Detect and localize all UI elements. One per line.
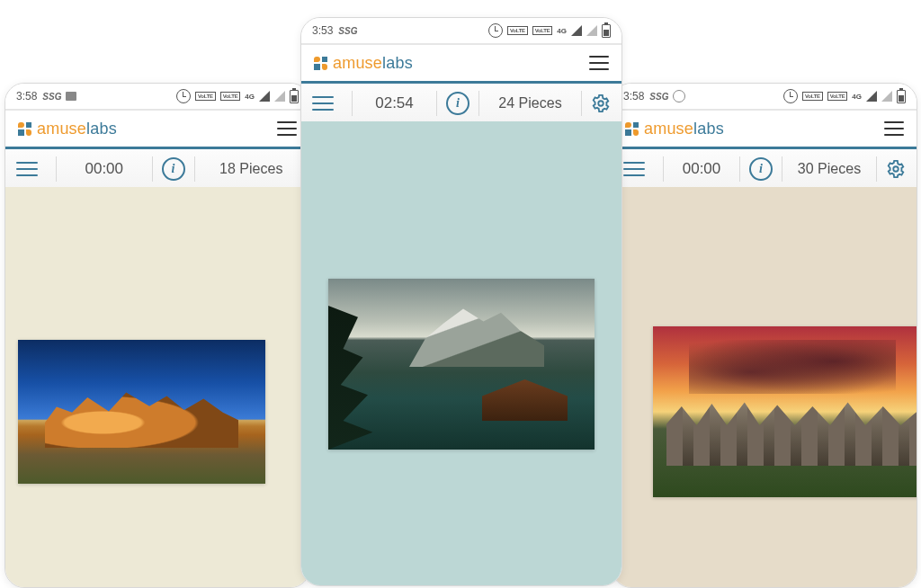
signal-icon [571, 25, 582, 36]
brand-bar: amuselabs [613, 111, 917, 149]
info-button[interactable]: i [162, 157, 185, 181]
hamburger-menu-button[interactable] [589, 56, 609, 70]
puzzle-menu-button[interactable] [623, 162, 645, 176]
pieces-label: 24 Pieces [496, 95, 564, 111]
signal-icon [881, 91, 892, 102]
alarm-icon [783, 89, 798, 103]
timer-label: 00:00 [677, 160, 727, 178]
lte-icon: VoLTE [827, 92, 848, 101]
hamburger-menu-button[interactable] [884, 121, 904, 136]
picture-icon [66, 92, 76, 101]
battery-icon [602, 24, 611, 38]
lte-icon: VoLTE [532, 26, 553, 35]
carrier-label: SSG [649, 92, 668, 102]
logo-text: amuselabs [333, 54, 413, 73]
status-bar: 3:53 SSG VoLTE VoLTE 4G [301, 18, 621, 45]
puzzle-preview-image[interactable] [328, 279, 595, 450]
network-4g-icon: 4G [245, 93, 255, 101]
game-toolbar: 00:00 i 30 Pieces [613, 149, 917, 190]
signal-icon [259, 91, 270, 102]
puzzle-menu-button[interactable] [16, 162, 38, 176]
status-time: 3:53 [312, 24, 333, 37]
lte-icon: VoLTE [220, 92, 241, 101]
info-button[interactable]: i [446, 92, 469, 115]
svg-point-1 [598, 101, 604, 106]
brand-bar: amuselabs [301, 45, 621, 84]
lte-icon: VoLTE [195, 92, 216, 101]
pieces-label: 30 Pieces [796, 161, 863, 177]
svg-point-0 [893, 166, 899, 172]
signal-icon [586, 25, 597, 36]
settings-button[interactable] [591, 94, 611, 113]
signal-icon [274, 91, 285, 102]
phone-mock-left: 3:58 SSG VoLTE VoLTE 4G amuselabs 00:00 … [4, 83, 310, 588]
settings-button[interactable] [886, 159, 906, 179]
logo-icon [18, 122, 31, 136]
logo-icon [314, 57, 327, 70]
logo-text: amuselabs [37, 120, 117, 138]
status-bar: 3:58 SSG VoLTE VoLTE 4G [613, 84, 917, 111]
game-toolbar: 02:54 i 24 Pieces [301, 84, 621, 124]
game-toolbar: 00:00 i 18 Pieces [5, 149, 309, 190]
status-bar: 3:58 SSG VoLTE VoLTE 4G [5, 84, 309, 111]
puzzle-canvas[interactable] [613, 187, 917, 587]
puzzle-canvas[interactable] [301, 121, 621, 585]
network-4g-icon: 4G [852, 93, 862, 101]
carrier-label: SSG [42, 92, 61, 102]
puzzle-preview-image[interactable] [18, 340, 265, 484]
battery-icon [290, 90, 299, 103]
hamburger-menu-button[interactable] [277, 121, 297, 136]
status-time: 3:58 [623, 90, 644, 102]
puzzle-preview-image[interactable] [653, 326, 917, 497]
info-button[interactable]: i [749, 157, 773, 181]
lte-icon: VoLTE [507, 26, 528, 35]
network-4g-icon: 4G [557, 27, 567, 35]
timer-label: 02:54 [370, 94, 419, 112]
alarm-icon [176, 89, 191, 103]
status-time: 3:58 [16, 90, 37, 102]
alarm-icon [488, 23, 503, 38]
signal-icon [866, 91, 877, 102]
puzzle-canvas[interactable] [5, 187, 309, 587]
emoji-icon [673, 90, 685, 102]
phone-mock-right: 3:58 SSG VoLTE VoLTE 4G amuselabs 00:00 … [612, 83, 917, 588]
logo-text: amuselabs [644, 120, 724, 138]
timer-label: 00:00 [79, 160, 129, 178]
puzzle-menu-button[interactable] [312, 96, 334, 111]
brand-bar: amuselabs [5, 111, 309, 149]
battery-icon [897, 90, 906, 103]
phone-mock-center: 3:53 SSG VoLTE VoLTE 4G amuselabs 02:54 … [300, 17, 622, 586]
carrier-label: SSG [338, 26, 357, 36]
pieces-label: 18 Pieces [218, 161, 285, 177]
logo-icon [625, 122, 639, 136]
lte-icon: VoLTE [802, 92, 823, 101]
